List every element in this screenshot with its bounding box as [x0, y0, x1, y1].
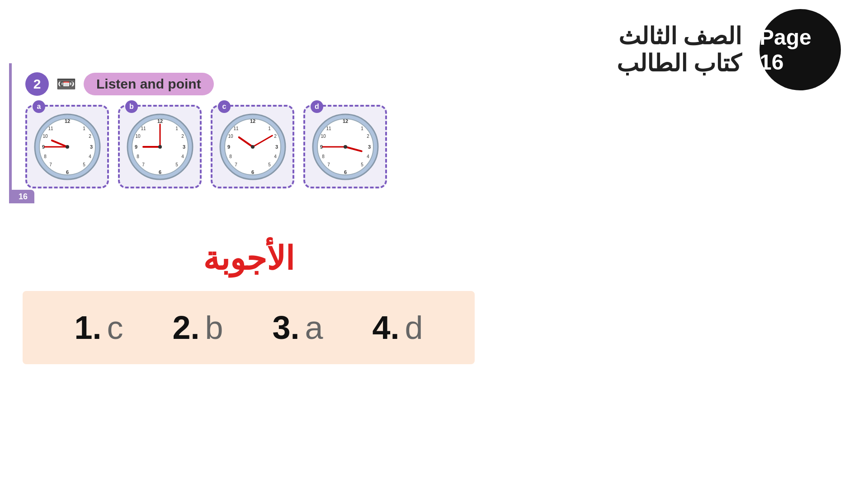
clock-card-a: a 12 3 6 9 1 2 4 5 7 8 10 11 — [25, 105, 109, 188]
svg-text:2: 2 — [274, 134, 277, 139]
svg-text:8: 8 — [137, 154, 139, 159]
answer-2-letter: b — [205, 309, 223, 346]
svg-text:5: 5 — [361, 162, 363, 167]
svg-text:12: 12 — [157, 118, 162, 124]
svg-text:6: 6 — [344, 169, 346, 175]
clock-card-b: b 12 3 6 9 1 2 4 5 7 8 10 11 — [118, 105, 202, 188]
svg-text:11: 11 — [233, 126, 239, 131]
svg-text:8: 8 — [322, 154, 325, 159]
answer-4-letter: d — [405, 309, 423, 346]
svg-point-33 — [158, 145, 162, 149]
svg-text:2: 2 — [367, 134, 369, 139]
svg-text:10: 10 — [42, 134, 48, 139]
svg-text:6: 6 — [66, 169, 68, 175]
svg-text:1: 1 — [83, 126, 85, 131]
svg-text:4: 4 — [274, 154, 277, 159]
clock-label-b: b — [125, 100, 138, 113]
svg-text:7: 7 — [142, 162, 145, 167]
svg-point-50 — [251, 145, 255, 149]
svg-text:2: 2 — [181, 134, 184, 139]
clock-card-c: c 12 3 6 9 1 2 4 5 7 8 10 11 — [211, 105, 294, 188]
svg-text:12: 12 — [64, 118, 70, 124]
svg-text:4: 4 — [89, 154, 91, 159]
svg-text:3: 3 — [90, 144, 92, 150]
svg-text:7: 7 — [49, 162, 52, 167]
book-page: 2 📼 Listen and point a 12 3 6 9 1 2 4 5 … — [9, 63, 416, 203]
answer-3-letter: a — [305, 309, 323, 346]
answers-section: الأجوبة 1. c 2. b 3. a 4. d — [23, 239, 475, 364]
arabic-title: الصف الثالث كتاب الطالب — [617, 23, 741, 77]
cassette-icon: 📼 — [56, 75, 76, 94]
svg-text:10: 10 — [228, 134, 233, 139]
svg-text:12: 12 — [342, 118, 348, 124]
svg-text:12: 12 — [250, 118, 255, 124]
answer-item-3: 3. a — [272, 309, 323, 346]
svg-text:5: 5 — [268, 162, 271, 167]
svg-text:7: 7 — [235, 162, 237, 167]
listen-label: Listen and point — [84, 73, 214, 95]
page-number-badge: 16 — [12, 190, 34, 203]
svg-point-16 — [66, 145, 69, 149]
svg-text:11: 11 — [48, 126, 53, 131]
clock-card-d: d 12 3 6 9 1 2 4 5 7 8 10 11 — [303, 105, 387, 188]
clock-svg-c: 12 3 6 9 1 2 4 5 7 8 10 11 — [219, 113, 287, 181]
answers-box: 1. c 2. b 3. a 4. d — [23, 291, 475, 364]
clock-svg-a: 12 3 6 9 1 2 4 5 7 8 10 11 — [33, 113, 101, 181]
grade-text: الصف الثالث — [617, 23, 741, 50]
svg-text:9: 9 — [134, 144, 137, 150]
clock-label-d: d — [311, 100, 323, 113]
answer-1-letter: c — [107, 309, 123, 346]
svg-text:2: 2 — [89, 134, 91, 139]
svg-text:9: 9 — [227, 144, 230, 150]
svg-text:4: 4 — [181, 154, 184, 159]
answers-title: الأجوبة — [23, 239, 475, 277]
clock-svg-d: 12 3 6 9 1 2 4 5 7 8 10 11 — [311, 113, 379, 181]
answer-item-4: 4. d — [372, 309, 423, 346]
clock-label-c: c — [218, 100, 231, 113]
clocks-row: a 12 3 6 9 1 2 4 5 7 8 10 11 — [25, 105, 402, 188]
book-text: كتاب الطالب — [617, 50, 741, 77]
answer-3-number: 3. — [272, 309, 299, 346]
svg-text:6: 6 — [251, 169, 254, 175]
svg-text:10: 10 — [135, 134, 141, 139]
svg-text:5: 5 — [83, 162, 85, 167]
svg-text:3: 3 — [368, 144, 370, 150]
svg-text:6: 6 — [158, 169, 161, 175]
clock-svg-b: 12 3 6 9 1 2 4 5 7 8 10 11 — [126, 113, 194, 181]
svg-text:1: 1 — [268, 126, 271, 131]
top-right-info: الصف الثالث كتاب الطالب Page 16 — [617, 9, 841, 90]
answer-item-2: 2. b — [172, 309, 223, 346]
svg-text:8: 8 — [229, 154, 232, 159]
svg-text:3: 3 — [275, 144, 278, 150]
svg-text:8: 8 — [44, 154, 47, 159]
svg-text:11: 11 — [141, 126, 146, 131]
svg-text:1: 1 — [361, 126, 363, 131]
activity-number: 2 — [25, 72, 49, 96]
clock-label-a: a — [33, 100, 45, 113]
answer-1-number: 1. — [74, 309, 101, 346]
activity-header: 2 📼 Listen and point — [25, 72, 402, 96]
svg-text:3: 3 — [182, 144, 185, 150]
svg-text:5: 5 — [175, 162, 178, 167]
svg-text:10: 10 — [321, 134, 326, 139]
svg-text:1: 1 — [175, 126, 178, 131]
svg-point-67 — [344, 145, 347, 149]
svg-text:7: 7 — [327, 162, 330, 167]
answer-4-number: 4. — [372, 309, 399, 346]
svg-text:4: 4 — [367, 154, 369, 159]
page-circle: Page 16 — [760, 9, 841, 90]
answer-2-number: 2. — [172, 309, 199, 346]
answer-item-1: 1. c — [74, 309, 123, 346]
svg-text:11: 11 — [326, 126, 331, 131]
